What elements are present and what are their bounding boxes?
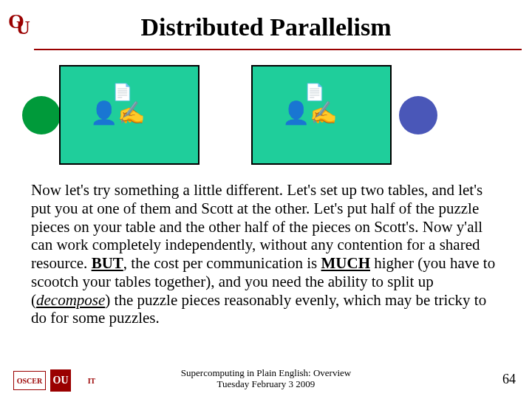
emphasis-much: MUCH xyxy=(321,254,371,272)
body-paragraph: Now let's try something a little differe… xyxy=(31,181,505,327)
right-table: 📄 👤✍ xyxy=(251,65,392,165)
footer-text: Supercomputing in Plain English: Overvie… xyxy=(0,367,532,390)
emphasis-decompose: decompose xyxy=(36,291,105,309)
title-underline xyxy=(34,49,522,50)
page-icon: 📄 xyxy=(304,83,324,102)
footer: OSCER OU IT Supercomputing in Plain Engl… xyxy=(0,364,532,393)
blue-ball-icon xyxy=(399,96,437,134)
ou-logo-corner: O U xyxy=(6,6,34,37)
person-icon: 👤✍ xyxy=(282,102,337,124)
emphasis-but: BUT xyxy=(92,254,123,272)
footer-line-2: Tuesday February 3 2009 xyxy=(0,378,532,390)
left-table: 📄 👤✍ xyxy=(59,65,200,165)
slide-title: Distributed Parallelism xyxy=(0,0,532,49)
body-text-2: , the cost per communication is xyxy=(123,254,321,272)
page-icon: 📄 xyxy=(112,83,132,102)
person-icon: 👤✍ xyxy=(90,102,145,124)
page-number: 64 xyxy=(502,372,516,387)
footer-line-1: Supercomputing in Plain English: Overvie… xyxy=(0,367,532,379)
green-ball-icon xyxy=(22,96,61,134)
svg-text:U: U xyxy=(16,17,30,37)
diagram-area: 📄 👤✍ 📄 👤✍ xyxy=(30,61,502,175)
